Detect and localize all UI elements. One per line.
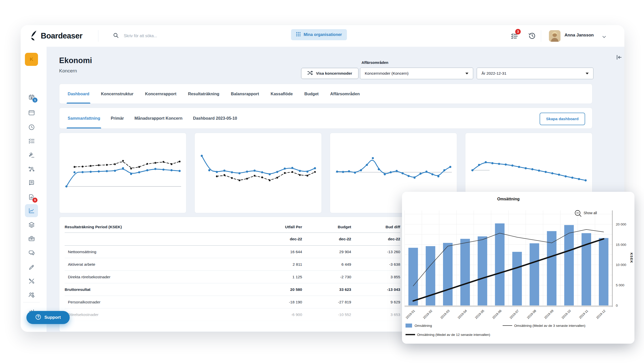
support-button[interactable]: Support: [26, 311, 70, 324]
main-tabs: DashboardKoncernstrukturKoncernrapportRe…: [59, 84, 592, 104]
layers-icon[interactable]: [25, 218, 38, 231]
economy-chart-icon[interactable]: [25, 204, 38, 217]
chevron-down-icon[interactable]: [602, 35, 606, 37]
year-select[interactable]: År 2022-12-31: [477, 68, 593, 79]
table-period-row: dec-22dec-22dec-22: [65, 233, 400, 246]
ledger-icon[interactable]: [25, 176, 38, 189]
table-row-bruttoresultat-value-3: -13 043: [351, 283, 400, 296]
bar-2019-05[interactable]: [478, 236, 487, 305]
subtab-dashboard-2023-05-10[interactable]: Dashboard 2023-05-10: [193, 108, 237, 128]
tasks-icon[interactable]: 3: [511, 32, 519, 40]
meetings-icon[interactable]: [25, 148, 38, 161]
bar-2019-07[interactable]: [512, 252, 522, 305]
my-organizations-label: Mina organisationer: [304, 32, 342, 37]
checklist-icon[interactable]: [25, 134, 38, 147]
bar-2019-10[interactable]: [564, 225, 574, 305]
bar-2019-06[interactable]: [495, 223, 505, 305]
topbar-divider-2: [541, 30, 541, 42]
table-period-row-value-3: dec-22: [351, 233, 400, 246]
kpi-sparkline-likviditet: [336, 151, 452, 189]
tab-koncernrapport[interactable]: Koncernrapport: [145, 84, 176, 104]
revenue-chart-panel: Omsättning05 00010 00015 00020 000KSEK20…: [402, 192, 634, 344]
table-header-row-value-1: Utfall Per: [253, 221, 302, 233]
x-tick-2019-01: 2019-01: [405, 309, 416, 320]
caret-down-icon: [465, 73, 468, 74]
subtab-m-nadsrapport-koncern[interactable]: Månadsrapport Koncern: [135, 108, 183, 128]
create-dashboard-button[interactable]: Skapa dashboard: [540, 113, 585, 125]
documents-icon[interactable]: [25, 106, 38, 119]
portfolio-icon[interactable]: [25, 232, 38, 245]
user-avatar[interactable]: [549, 30, 560, 42]
table-row-nettooms-ttning-value-1: 16 644: [253, 246, 302, 258]
y-tick-label: 0: [616, 304, 618, 307]
subtab-sammanfattning[interactable]: Sammanfattning: [68, 108, 100, 128]
show-all-label: Show all: [584, 211, 597, 215]
show-group-parent-button[interactable]: Visa koncernmoder: [301, 68, 358, 79]
tab-kassafl-de[interactable]: Kassaflöde: [271, 84, 293, 104]
table-row-nettooms-ttning-value-2: 29 904: [302, 246, 351, 258]
tab-budget[interactable]: Budget: [304, 84, 319, 104]
user-name[interactable]: Anna Jansson: [565, 33, 594, 38]
bar-2019-04[interactable]: [460, 239, 470, 305]
search-input[interactable]: [123, 33, 255, 38]
table-row-bruttoresultat-label: Bruttoresultat: [65, 283, 253, 296]
x-tick-2019-03: 2019-03: [440, 309, 450, 320]
table-row-personalkostnader-label: Personalkostnader: [65, 296, 253, 308]
group-parent-select[interactable]: Koncernmoder (Koncern): [360, 68, 473, 79]
table-period-row-label: [65, 233, 253, 246]
group-parent-select-value: Koncernmoder (Koncern): [365, 71, 409, 76]
tab-koncernstruktur[interactable]: Koncernstruktur: [101, 84, 133, 104]
x-tick-2019-05: 2019-05: [474, 309, 485, 320]
support-label: Support: [44, 315, 61, 320]
bar-2019-03[interactable]: [443, 243, 453, 305]
revenue-chart[interactable]: Omsättning05 00010 00015 00020 000KSEK20…: [402, 192, 634, 344]
table-row-bruttoresultat-value-2: 33 623: [302, 283, 351, 296]
x-tick-2019-04: 2019-04: [457, 309, 468, 320]
subtab-prim-r[interactable]: Primär: [111, 108, 124, 128]
table-period-row-value-2: dec-22: [302, 233, 351, 246]
kpi-sparkline-oms-ttning: [65, 151, 181, 189]
history-clock-icon[interactable]: [25, 120, 38, 133]
bar-2019-08[interactable]: [530, 243, 539, 305]
table-row-direkta-r-relsekostnader-value-1: 1 125: [253, 271, 302, 283]
table-row-personalkostnader-value-3: 9 629: [351, 296, 400, 308]
kpi-card-resultat-ebit[interactable]: [194, 133, 322, 213]
legend-line12-label: Omsättning (Medel av de 12 senaste inter…: [417, 333, 490, 337]
kpi-card-oms-ttning[interactable]: [59, 133, 186, 213]
table-row-bruttoresultat: Bruttoresultat20 58033 623-13 043: [65, 283, 400, 296]
messages-icon[interactable]: [25, 246, 38, 259]
reports-icon[interactable]: 9: [25, 191, 38, 204]
history-icon[interactable]: [528, 32, 536, 40]
team-settings-icon[interactable]: [25, 288, 38, 301]
table-row-aktiverat-arbete-value-3: -3 638: [351, 258, 400, 271]
table-row-direkta-r-relsekostnader-label: Direkta rörelsekostnader: [65, 271, 253, 283]
table-row-r-relsekostnader-value-3: 3 653: [351, 308, 400, 321]
calendar-icon[interactable]: 1: [25, 90, 38, 104]
page-subtitle: Koncern: [59, 68, 77, 74]
show-all-button[interactable]: Show all: [575, 210, 597, 216]
edit-icon[interactable]: [25, 261, 38, 274]
collapse-panel-icon[interactable]: [616, 54, 623, 61]
bar-2019-12[interactable]: [599, 238, 609, 305]
search-bar: [113, 29, 255, 42]
legend-line3-label: Omsättning (Medel av de 3 senaste interv…: [514, 324, 585, 328]
table-row-r-relsekostnader-value-1: -6 900: [253, 308, 302, 321]
calendar-badge: 1: [32, 98, 37, 103]
y-tick-label: 15 000: [616, 243, 626, 247]
tab-resultatr-kning[interactable]: Resultaträkning: [188, 84, 219, 104]
org-avatar[interactable]: K: [25, 53, 38, 66]
sidebar-divider: [23, 302, 40, 302]
tab-dashboard[interactable]: Dashboard: [68, 84, 89, 104]
page-title: Ekonomi: [59, 56, 92, 65]
x-tick-2019-10: 2019-10: [561, 309, 572, 320]
bar-2019-01[interactable]: [408, 248, 418, 305]
group-structure-icon[interactable]: [25, 162, 38, 175]
tab-aff-rsomr-den[interactable]: Affärsområden: [330, 84, 360, 104]
x-tick-2019-08: 2019-08: [526, 309, 537, 320]
table-row-bruttoresultat-value-1: 20 580: [253, 283, 302, 296]
tools-icon[interactable]: [25, 275, 38, 288]
brand[interactable]: Boardeaser: [29, 30, 83, 41]
my-organizations-button[interactable]: Mina organisationer: [291, 29, 347, 40]
tab-balansrapport[interactable]: Balansrapport: [231, 84, 259, 104]
table-row-nettooms-ttning: Nettoomsättning16 64429 904-13 260: [65, 246, 400, 258]
